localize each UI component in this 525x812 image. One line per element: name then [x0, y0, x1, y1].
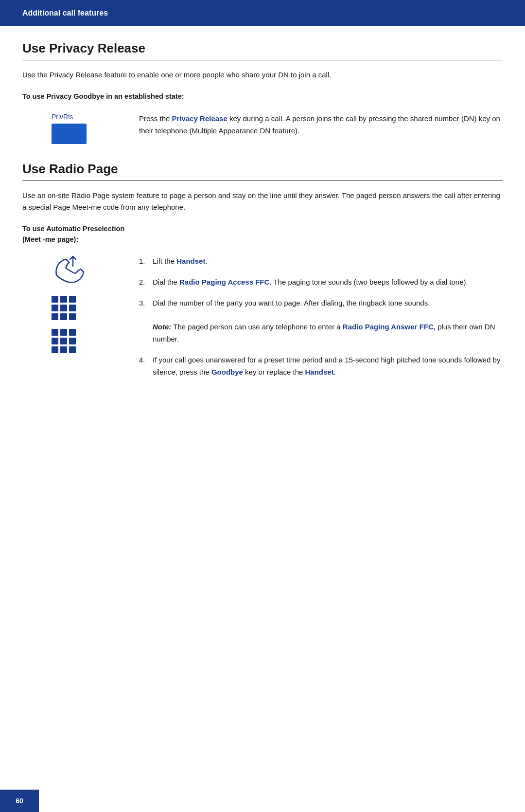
keypad-icon-2 — [52, 329, 76, 353]
privacy-release-intro: Use the Privacy Release feature to enabl… — [22, 69, 503, 81]
privacy-release-title: Use Privacy Release — [22, 41, 503, 60]
page-number: 60 — [16, 797, 23, 805]
radio-step-2: 2. Dial the Radio Paging Access FFC. The… — [139, 276, 503, 289]
privacy-right-col: Press the Privacy Release key during a c… — [129, 113, 503, 137]
radio-page-title: Use Radio Page — [22, 162, 503, 181]
step-number-3: 3. — [139, 297, 153, 309]
step-number-2: 2. — [139, 276, 153, 289]
radio-paging-answer-label: Radio Paging Answer FFC, — [343, 323, 436, 331]
radio-left-col — [22, 255, 129, 362]
radio-right-col: 1. Lift the Handset. 2. Dial the Radio P… — [129, 255, 503, 387]
radio-page-intro: Use an on-site Radio Page system feature… — [22, 190, 503, 213]
radio-step-4: 4. If your call goes unanswered for a pr… — [139, 354, 503, 379]
page-content: Use Privacy Release Use the Privacy Rele… — [0, 41, 525, 416]
page-footer: 60 — [0, 790, 39, 812]
radio-step-1: 1. Lift the Handset. — [139, 255, 503, 268]
handset-label-1: Handset — [176, 257, 205, 265]
radio-step-3: 3. Dial the number of the party you want… — [139, 297, 503, 345]
radio-subsection-label: To use Automatic Preselection (Meet -me … — [22, 224, 503, 245]
privacy-release-key-label: Privacy Release — [172, 114, 228, 123]
step-text-2: Dial the Radio Paging Access FFC. The pa… — [153, 276, 503, 289]
radio-paging-access-label: Radio Paging Access FFC — [179, 278, 269, 286]
step-text-1: Lift the Handset. — [153, 255, 503, 268]
header-bar: Additional call features — [0, 0, 525, 26]
note-label: Note: — [153, 323, 171, 331]
privacy-two-col: PrivRls Press the Privacy Release key du… — [22, 113, 503, 144]
privacy-subsection-label: To use Privacy Goodbye in an established… — [22, 91, 503, 102]
step-number-1: 1. — [139, 255, 153, 268]
radio-page-section: Use Radio Page Use an on-site Radio Page… — [22, 162, 503, 387]
privrls-button[interactable] — [52, 124, 87, 144]
privacy-left-col: PrivRls — [22, 113, 129, 144]
radio-steps-list: 1. Lift the Handset. 2. Dial the Radio P… — [139, 255, 503, 378]
step-text-3: Dial the number of the party you want to… — [153, 297, 503, 345]
keypad-icon-1 — [52, 296, 76, 320]
handset-label-2: Handset — [305, 368, 334, 376]
goodbye-label: Goodbye — [211, 368, 243, 376]
step-number-4: 4. — [139, 354, 153, 366]
privrls-label: PrivRls — [52, 113, 73, 121]
step-text-4: If your call goes unanswered for a prese… — [153, 354, 503, 379]
radio-two-col: 1. Lift the Handset. 2. Dial the Radio P… — [22, 255, 503, 387]
handset-icon — [52, 255, 95, 287]
header-label: Additional call features — [22, 9, 108, 17]
privacy-release-section: Use Privacy Release Use the Privacy Rele… — [22, 41, 503, 144]
